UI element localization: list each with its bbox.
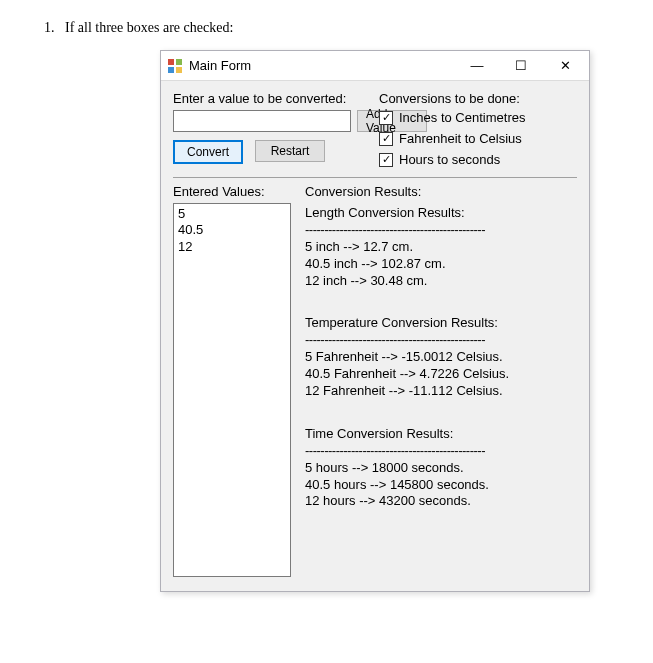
length-heading: Length Conversion Results: — [305, 205, 577, 222]
temperature-lines: 5 Fahrenheit --> -15.0012 Celsius. 40.5 … — [305, 349, 577, 400]
convert-button[interactable]: Convert — [173, 140, 243, 164]
temperature-heading: Temperature Conversion Results: — [305, 315, 577, 332]
restart-button[interactable]: Restart — [255, 140, 325, 162]
conversions-label: Conversions to be done: — [379, 91, 577, 106]
svg-rect-2 — [168, 67, 174, 73]
check-hours-label: Hours to seconds — [399, 152, 500, 167]
minimize-icon: — — [471, 58, 484, 73]
enter-value-label: Enter a value to be converted: — [173, 91, 361, 106]
checkbox-fahrenheit[interactable]: ✓ — [379, 132, 393, 146]
check-fahrenheit-label: Fahrenheit to Celsius — [399, 131, 522, 146]
app-window: Main Form — ☐ ✕ Enter a value to be conv… — [160, 50, 590, 592]
results-output: Length Conversion Results: -------------… — [305, 203, 577, 577]
svg-rect-3 — [176, 67, 182, 73]
check-fahrenheit[interactable]: ✓ Fahrenheit to Celsius — [379, 131, 577, 146]
app-icon — [167, 58, 183, 74]
length-lines: 5 inch --> 12.7 cm. 40.5 inch --> 102.87… — [305, 239, 577, 290]
window-title: Main Form — [189, 58, 251, 73]
time-heading: Time Conversion Results: — [305, 426, 577, 443]
svg-rect-0 — [168, 59, 174, 65]
dash-line: ----------------------------------------… — [305, 443, 577, 460]
temperature-results-block: Temperature Conversion Results: --------… — [305, 315, 577, 399]
maximize-button[interactable]: ☐ — [499, 52, 543, 80]
maximize-icon: ☐ — [515, 58, 527, 73]
check-hours[interactable]: ✓ Hours to seconds — [379, 152, 577, 167]
checkbox-hours[interactable]: ✓ — [379, 153, 393, 167]
dash-line: ----------------------------------------… — [305, 332, 577, 349]
close-button[interactable]: ✕ — [543, 52, 587, 80]
check-inches-label: Inches to Centimetres — [399, 110, 525, 125]
entered-values-label: Entered Values: — [173, 184, 291, 199]
conversion-results-label: Conversion Results: — [305, 184, 577, 199]
checkbox-inches[interactable]: ✓ — [379, 111, 393, 125]
list-number: 1. — [44, 20, 55, 35]
time-results-block: Time Conversion Results: ---------------… — [305, 426, 577, 510]
document-list-item: 1. If all three boxes are checked: — [68, 20, 623, 36]
entered-values-listbox[interactable]: 5 40.5 12 — [173, 203, 291, 577]
minimize-button[interactable]: — — [455, 52, 499, 80]
titlebar[interactable]: Main Form — ☐ ✕ — [161, 51, 589, 81]
svg-rect-1 — [176, 59, 182, 65]
list-text: If all three boxes are checked: — [65, 20, 233, 35]
close-icon: ✕ — [560, 58, 571, 73]
client-area: Enter a value to be converted: Add Value… — [161, 81, 589, 591]
value-input[interactable] — [173, 110, 351, 132]
dash-line: ----------------------------------------… — [305, 222, 577, 239]
time-lines: 5 hours --> 18000 seconds. 40.5 hours --… — [305, 460, 577, 511]
check-inches[interactable]: ✓ Inches to Centimetres — [379, 110, 577, 125]
length-results-block: Length Conversion Results: -------------… — [305, 205, 577, 289]
